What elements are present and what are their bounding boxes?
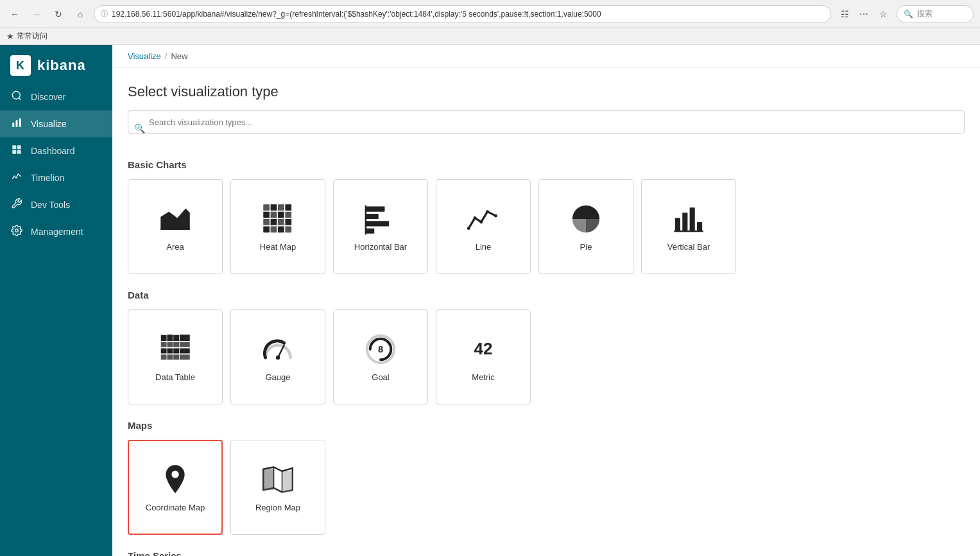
sidebar-item-visualize[interactable]: Visualize xyxy=(0,110,112,137)
sidebar-logo: K kibana xyxy=(0,45,112,83)
viz-card-pie[interactable]: Pie xyxy=(538,179,633,274)
viz-card-data-table[interactable]: Data Table xyxy=(128,309,223,404)
qr-button[interactable]: ☷ xyxy=(836,6,853,22)
viz-card-vertical-bar-label: Vertical Bar xyxy=(667,242,710,252)
sidebar-item-timelion-label: Timelion xyxy=(31,173,64,183)
svg-rect-42 xyxy=(697,222,702,230)
svg-rect-26 xyxy=(278,226,284,232)
favorites-label: 常常访问 xyxy=(17,31,47,42)
bookmark-button[interactable]: ☆ xyxy=(875,6,891,22)
svg-rect-25 xyxy=(271,226,277,232)
vertical-bar-icon xyxy=(672,202,705,236)
viz-card-coordinate-map-label: Coordinate Map xyxy=(146,503,205,512)
viz-card-goal-label: Goal xyxy=(372,372,389,382)
svg-point-36 xyxy=(486,210,489,213)
viz-card-metric[interactable]: 42 Metric xyxy=(436,309,531,404)
page-content: Select visualization type 🔍 Basic Charts xyxy=(112,68,980,556)
viz-card-area[interactable]: Area xyxy=(128,179,223,274)
section-time-series-title: Time Series xyxy=(128,550,965,556)
svg-rect-19 xyxy=(285,211,291,218)
viz-card-heatmap[interactable]: Heat Map xyxy=(230,179,325,274)
search-input[interactable] xyxy=(128,110,965,134)
svg-rect-32 xyxy=(365,205,366,234)
section-maps: Maps Coordinate Map xyxy=(128,420,965,535)
svg-rect-27 xyxy=(285,226,291,232)
viz-card-line-label: Line xyxy=(476,242,492,252)
viz-card-data-table-label: Data Table xyxy=(155,372,195,382)
extensions-button[interactable]: ⋯ xyxy=(855,6,872,22)
svg-rect-45 xyxy=(160,342,190,347)
main-content: Visualize / New Select visualization typ… xyxy=(112,45,980,556)
data-grid: Data Table Gauge xyxy=(128,309,965,404)
breadcrumb-visualize-link[interactable]: Visualize xyxy=(128,51,161,61)
search-icon: 🔍 xyxy=(904,10,913,19)
viz-card-gauge[interactable]: Gauge xyxy=(230,309,325,404)
svg-rect-13 xyxy=(271,204,277,211)
section-data-title: Data xyxy=(128,290,965,300)
management-icon xyxy=(10,225,23,239)
viz-card-region-map[interactable]: Region Map xyxy=(230,440,325,535)
viz-card-vertical-bar[interactable]: Vertical Bar xyxy=(641,179,736,274)
svg-rect-30 xyxy=(366,221,389,226)
sidebar-item-discover[interactable]: Discover xyxy=(0,83,112,110)
sidebar-item-timelion[interactable]: Timelion xyxy=(0,164,112,191)
home-button[interactable]: ⌂ xyxy=(72,6,89,22)
svg-rect-44 xyxy=(160,334,190,341)
browser-search-bar[interactable]: 🔍 搜索 xyxy=(897,5,974,23)
breadcrumb-separator: / xyxy=(165,51,168,61)
svg-rect-56 xyxy=(263,469,273,490)
viz-card-goal[interactable]: 8 Goal xyxy=(333,309,428,404)
viz-card-area-label: Area xyxy=(166,242,184,252)
sidebar-item-management[interactable]: Management xyxy=(0,218,112,245)
devtools-icon xyxy=(10,198,23,212)
section-basic-charts: Basic Charts Area xyxy=(128,159,965,274)
svg-rect-14 xyxy=(278,204,284,211)
viz-card-coordinate-map[interactable]: Coordinate Map xyxy=(128,440,223,535)
svg-rect-46 xyxy=(160,348,190,353)
svg-rect-39 xyxy=(675,218,680,230)
sidebar-item-devtools[interactable]: Dev Tools xyxy=(0,191,112,218)
gauge-icon xyxy=(261,333,295,366)
svg-rect-15 xyxy=(285,204,291,211)
svg-point-37 xyxy=(494,214,497,217)
viz-card-line[interactable]: Line xyxy=(436,179,531,274)
heatmap-icon xyxy=(261,202,295,236)
svg-point-9 xyxy=(15,229,19,232)
app-container: K kibana Discover Visualize Das xyxy=(0,45,980,556)
metric-icon: 42 xyxy=(467,333,500,366)
region-map-icon xyxy=(261,463,295,496)
star-icon: ★ xyxy=(6,31,14,41)
svg-rect-6 xyxy=(17,145,21,149)
svg-point-51 xyxy=(276,355,280,360)
viz-card-pie-label: Pie xyxy=(580,242,592,252)
page-title: Select visualization type xyxy=(128,83,965,100)
kibana-logo-mark: K xyxy=(10,55,31,76)
reload-button[interactable]: ↻ xyxy=(50,6,67,22)
sidebar-nav: Discover Visualize Dashboard Timelion xyxy=(0,83,112,245)
viz-card-region-map-label: Region Map xyxy=(255,503,300,512)
goal-icon: 8 xyxy=(364,333,397,366)
svg-rect-23 xyxy=(285,219,291,225)
svg-point-34 xyxy=(474,216,477,219)
sidebar: K kibana Discover Visualize Das xyxy=(0,45,112,556)
breadcrumb: Visualize / New xyxy=(112,45,980,68)
svg-rect-24 xyxy=(263,226,270,232)
forward-button[interactable]: → xyxy=(28,6,45,22)
viz-card-gauge-label: Gauge xyxy=(265,372,290,382)
sidebar-item-dashboard[interactable]: Dashboard xyxy=(0,137,112,164)
svg-rect-21 xyxy=(271,219,277,225)
toolbar-right: ☷ ⋯ ☆ xyxy=(836,6,891,22)
address-bar[interactable]: ⓘ 192.168.56.11:5601/app/kibana#/visuali… xyxy=(94,5,831,23)
svg-rect-11 xyxy=(160,228,190,229)
discover-icon xyxy=(10,90,23,104)
svg-rect-57 xyxy=(282,471,293,492)
horizontal-bar-icon xyxy=(364,202,397,236)
breadcrumb-current: New xyxy=(171,51,187,61)
viz-card-horizontal-bar[interactable]: Horizontal Bar xyxy=(333,179,428,274)
svg-rect-43 xyxy=(674,230,703,231)
svg-marker-10 xyxy=(160,208,190,229)
svg-rect-28 xyxy=(366,206,384,211)
svg-line-1 xyxy=(19,98,21,100)
back-button[interactable]: ← xyxy=(6,6,23,22)
svg-point-55 xyxy=(171,471,178,478)
